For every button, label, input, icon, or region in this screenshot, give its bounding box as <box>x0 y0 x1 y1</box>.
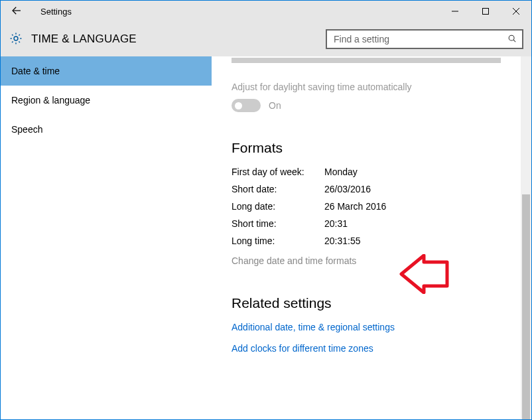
format-label: Long time: <box>232 236 324 246</box>
format-label: Short date: <box>232 184 324 194</box>
format-value: 20:31 <box>324 218 348 229</box>
format-value: 20:31:55 <box>324 236 361 246</box>
window-controls <box>440 1 531 22</box>
formats-heading: Formats <box>232 140 501 156</box>
related-heading: Related settings <box>232 295 501 311</box>
gear-icon <box>9 31 23 48</box>
vertical-scrollbar[interactable] <box>521 56 531 419</box>
format-row: Short date: 26/03/2016 <box>232 184 501 194</box>
minimize-button[interactable] <box>440 1 470 22</box>
dst-toggle[interactable] <box>232 99 261 112</box>
settings-window: Settings <box>0 0 532 420</box>
svg-rect-2 <box>483 9 489 15</box>
sidebar-item-label: Region & language <box>11 95 90 105</box>
dst-toggle-row: On <box>232 99 501 112</box>
minimize-icon <box>452 6 458 17</box>
add-clocks-link[interactable]: Add clocks for different time zones <box>232 343 501 354</box>
sidebar-item-speech[interactable]: Speech <box>1 115 212 144</box>
format-value: 26/03/2016 <box>324 184 371 194</box>
format-value: Monday <box>324 167 358 177</box>
titlebar: Settings <box>1 1 531 22</box>
search-icon <box>507 34 517 45</box>
close-button[interactable] <box>501 1 531 22</box>
svg-point-6 <box>509 35 514 40</box>
header-left: TIME & LANGUAGE <box>9 31 137 48</box>
svg-point-5 <box>14 36 18 40</box>
format-row: Long time: 20:31:55 <box>232 236 501 246</box>
back-arrow-icon <box>11 5 23 19</box>
sidebar-item-label: Speech <box>11 124 42 135</box>
format-row: First day of week: Monday <box>232 167 501 177</box>
dst-label: Adjust for daylight saving time automati… <box>232 82 501 92</box>
app-title: Settings <box>40 7 72 17</box>
sidebar-item-region-language[interactable]: Region & language <box>1 86 212 115</box>
format-row: Long date: 26 March 2016 <box>232 201 501 212</box>
additional-regional-settings-link[interactable]: Additional date, time & regional setting… <box>232 322 501 332</box>
format-label: Long date: <box>232 201 324 212</box>
content: Adjust for daylight saving time automati… <box>212 56 521 419</box>
content-top-cut <box>232 58 501 63</box>
back-button[interactable] <box>1 1 33 22</box>
format-label: First day of week: <box>232 167 324 177</box>
sidebar-item-date-time[interactable]: Date & time <box>1 56 212 86</box>
change-formats-link[interactable]: Change date and time formats <box>232 255 356 266</box>
scrollbar-thumb[interactable] <box>522 194 530 419</box>
main: Date & time Region & language Speech Adj… <box>1 56 531 419</box>
toggle-thumb <box>235 102 242 109</box>
format-value: 26 March 2016 <box>324 201 386 212</box>
page-title: TIME & LANGUAGE <box>31 33 137 46</box>
maximize-icon <box>482 6 489 17</box>
sidebar: Date & time Region & language Speech <box>1 56 212 419</box>
svg-line-7 <box>513 40 515 42</box>
maximize-button[interactable] <box>470 1 501 22</box>
dst-toggle-state: On <box>269 100 281 111</box>
search-input[interactable] <box>332 33 507 45</box>
content-wrap: Adjust for daylight saving time automati… <box>212 56 531 419</box>
search-box[interactable] <box>326 29 523 49</box>
close-icon <box>513 6 519 17</box>
header: TIME & LANGUAGE <box>1 22 531 56</box>
sidebar-item-label: Date & time <box>11 66 60 76</box>
format-label: Short time: <box>232 218 324 229</box>
titlebar-left: Settings <box>1 1 72 22</box>
format-row: Short time: 20:31 <box>232 218 501 229</box>
